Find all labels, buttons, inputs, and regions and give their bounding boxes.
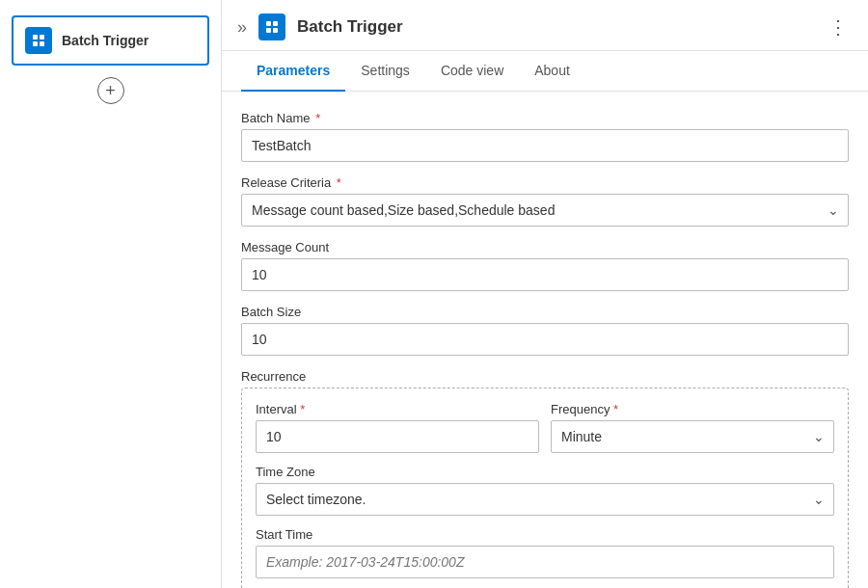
batch-name-input[interactable] (241, 129, 849, 162)
interval-label: Interval * (256, 402, 539, 416)
start-time-field: Start Time (256, 527, 834, 578)
release-criteria-select[interactable]: Message count based,Size based,Schedule … (241, 194, 849, 227)
timezone-select-wrapper: Select timezone. ⌄ (256, 483, 834, 516)
batch-trigger-icon (25, 27, 52, 54)
main-header: » Batch Trigger ⋮ (222, 0, 868, 51)
message-count-label: Message Count (241, 240, 849, 254)
sidebar-item-label: Batch Trigger (62, 33, 149, 48)
svg-rect-2 (33, 41, 38, 46)
recurrence-label: Recurrence (241, 369, 849, 384)
start-time-input[interactable] (256, 546, 834, 578)
release-criteria-select-wrapper: Message count based,Size based,Schedule … (241, 194, 849, 227)
batch-size-label: Batch Size (241, 305, 849, 319)
svg-rect-1 (40, 35, 44, 40)
timezone-field: Time Zone Select timezone. ⌄ (256, 465, 834, 516)
recurrence-group: Recurrence Interval * Frequency * (241, 369, 849, 588)
interval-frequency-row: Interval * Frequency * Second Minute (256, 402, 834, 453)
batch-name-label: Batch Name * (241, 111, 849, 125)
sidebar: Batch Trigger + (0, 0, 222, 588)
more-options-icon[interactable]: ⋮ (828, 15, 849, 39)
start-time-label: Start Time (256, 527, 834, 542)
form-area: Batch Name * Release Criteria * Message … (222, 92, 868, 588)
frequency-select-wrapper: Second Minute Hour Day Week Month ⌄ (551, 420, 834, 453)
batch-name-group: Batch Name * (241, 111, 849, 162)
svg-rect-0 (33, 35, 38, 40)
tab-about[interactable]: About (519, 51, 585, 92)
tab-bar: Parameters Settings Code view About (222, 51, 868, 92)
release-criteria-group: Release Criteria * Message count based,S… (241, 175, 849, 227)
frequency-field: Frequency * Second Minute Hour Day Week … (551, 402, 834, 453)
tab-settings[interactable]: Settings (345, 51, 425, 92)
add-item-button[interactable]: + (97, 77, 124, 104)
tab-parameters[interactable]: Parameters (241, 51, 345, 92)
main-panel: » Batch Trigger ⋮ Parameters Settings Co… (222, 0, 868, 588)
message-count-group: Message Count (241, 240, 849, 291)
message-count-input[interactable] (241, 258, 849, 291)
svg-rect-5 (273, 21, 278, 26)
sidebar-item-batch-trigger[interactable]: Batch Trigger (12, 15, 209, 66)
header-title: Batch Trigger (297, 17, 817, 37)
header-icon (258, 13, 285, 40)
frequency-select[interactable]: Second Minute Hour Day Week Month (551, 420, 834, 453)
recurrence-box: Interval * Frequency * Second Minute (241, 388, 849, 588)
timezone-select[interactable]: Select timezone. (256, 483, 834, 516)
collapse-icon[interactable]: » (237, 17, 247, 38)
frequency-label: Frequency * (551, 402, 834, 416)
interval-field: Interval * (256, 402, 539, 453)
interval-input[interactable] (256, 420, 539, 453)
svg-rect-3 (40, 41, 44, 46)
svg-rect-4 (266, 21, 271, 26)
batch-size-input[interactable] (241, 323, 849, 356)
timezone-label: Time Zone (256, 465, 834, 479)
svg-rect-6 (266, 28, 271, 33)
svg-rect-7 (273, 28, 278, 33)
batch-size-group: Batch Size (241, 305, 849, 356)
tab-code-view[interactable]: Code view (425, 51, 519, 92)
release-criteria-label: Release Criteria * (241, 175, 849, 190)
